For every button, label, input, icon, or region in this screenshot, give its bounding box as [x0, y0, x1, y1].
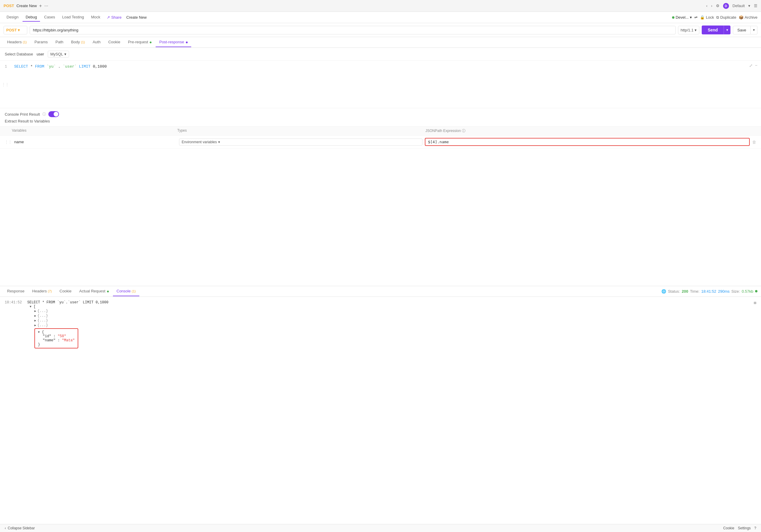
request-bar: POST ▾ http/1.1 ▾ Send ▾ Save ▾ [0, 23, 761, 37]
time-label: Time: [690, 289, 699, 294]
database-type-label: MySQL [50, 52, 63, 56]
save-button[interactable]: Save [733, 26, 751, 34]
res-tab-headers[interactable]: Headers (7) [29, 286, 55, 296]
console-print-row: Console Print Result ⓘ [5, 111, 756, 117]
title-method: POST [4, 4, 14, 8]
bottom-panel: Response Headers (7) Cookie Actual Reque… [0, 286, 761, 524]
name-value: "Mata" [62, 338, 75, 342]
profile-avatar[interactable]: D [723, 3, 729, 9]
line-number: 1 [5, 64, 7, 69]
title-name: Create New [16, 4, 37, 8]
duplicate-button[interactable]: ⧉ Duplicate [716, 15, 736, 20]
expand-item-4[interactable]: ▶ [34, 324, 36, 327]
lock-icon: 🔒 [700, 15, 705, 20]
tab-auth[interactable]: Auth [89, 37, 104, 47]
collapse-all-icon[interactable]: ▼ [29, 305, 31, 308]
nav-tab-mock[interactable]: Mock [88, 13, 103, 22]
archive-button[interactable]: 📦 Archive [739, 15, 757, 20]
editor-drag-handle: ⋮⋮ [2, 82, 9, 87]
res-tab-console[interactable]: Console (1) [113, 286, 139, 296]
database-label: Select Database [5, 52, 33, 56]
tab-pre-request[interactable]: Pre-request [125, 37, 155, 47]
save-dropdown-button[interactable]: ▾ [751, 26, 757, 34]
environment-selector[interactable]: Devel... ▾ [672, 15, 692, 20]
cookie-button[interactable]: Cookie [723, 526, 734, 530]
http-version-selector[interactable]: http/1.1 ▾ [678, 26, 699, 34]
extract-label: Extract Result to Variables [5, 119, 50, 123]
archive-icon: 📦 [739, 15, 743, 20]
method-selector[interactable]: POST ▾ [4, 26, 27, 34]
share-icon: ↗ [107, 15, 110, 20]
res-tab-response[interactable]: Response [4, 286, 28, 296]
jsonpath-col-header: JSONPath Expression ⓘ [426, 128, 756, 134]
bottom-status-bar: ‹ Collapse Sidebar Cookie Settings ? [0, 524, 761, 532]
id-value: "58" [58, 334, 66, 338]
extract-row: Extract Result to Variables [5, 119, 756, 123]
sql-editor[interactable]: ⋮⋮ 1 SELECT * FROM `yu` . `user` LIMIT 0… [0, 61, 761, 108]
profile-chevron[interactable]: ▾ [748, 4, 750, 8]
expand-editor-icon[interactable]: ⤢ [749, 63, 753, 68]
collapse-highlighted-icon[interactable]: ▼ [38, 331, 40, 334]
send-dropdown-button[interactable]: ▾ [724, 26, 731, 34]
expand-item-1[interactable]: ▶ [34, 309, 36, 313]
variable-type-cell: Environment variables ▾ [179, 139, 423, 146]
table-view-button[interactable]: ⊞ [754, 300, 756, 348]
ms-value: 290ms [718, 289, 730, 294]
share-button[interactable]: ↗ Share [104, 14, 124, 21]
expand-item-2[interactable]: ▶ [34, 314, 36, 318]
tab-body[interactable]: Body (1) [68, 37, 88, 47]
jsonpath-info-icon: ⓘ [462, 129, 465, 133]
types-col-header: Types [177, 128, 426, 134]
tab-path[interactable]: Path [52, 37, 67, 47]
res-tab-actual-request[interactable]: Actual Request [76, 286, 112, 296]
settings-button[interactable]: Settings [738, 526, 751, 530]
hamburger-icon[interactable]: ☰ [754, 4, 757, 8]
console-entry: 18:41:52 SELECT * FROM `yu`.`user` LIMIT… [5, 300, 756, 348]
console-sql: SELECT * FROM `yu`.`user` LIMIT 0,1000 [27, 300, 108, 305]
settings-icon[interactable]: ⚙ [716, 4, 720, 8]
time-value: 18:41:52 [701, 289, 716, 294]
variables-col-header: Variables [12, 128, 177, 134]
variable-expression-cell [425, 138, 750, 146]
nav-tab-load-testing[interactable]: Load Testing [59, 13, 87, 22]
variable-expression-input[interactable] [425, 138, 750, 146]
toggle-thumb [54, 112, 58, 117]
minimize-editor-icon[interactable]: − [755, 63, 757, 68]
tab-post-response[interactable]: Post-response [156, 37, 191, 47]
response-status-bar: 🌐 Status: 200 Time: 18:41:52 290ms Size:… [661, 289, 757, 294]
share-label: Share [111, 15, 122, 20]
new-tab-button[interactable]: + [39, 3, 42, 9]
nav-tab-cases[interactable]: Cases [41, 13, 58, 22]
send-button[interactable]: Send [702, 26, 724, 34]
nav-back-icon[interactable]: ‹ [706, 4, 707, 8]
tab-headers[interactable]: Headers (1) [4, 37, 30, 47]
adjust-icon[interactable]: ⇌ [694, 15, 698, 20]
default-label: Default [732, 4, 745, 8]
help-button[interactable]: ? [754, 526, 756, 530]
more-tabs-button[interactable]: ··· [44, 3, 48, 9]
size-dot [755, 290, 757, 292]
variable-row: ⋮⋮ name Environment variables ▾ 🗑 [0, 136, 761, 148]
tab-cookie[interactable]: Cookie [105, 37, 124, 47]
database-type-selector[interactable]: MySQL ▾ [48, 51, 69, 58]
nav-tab-design[interactable]: Design [4, 13, 21, 22]
console-print-toggle[interactable] [48, 111, 59, 117]
console-print-label: Console Print Result [5, 112, 40, 117]
variable-delete-button[interactable]: 🗑 [752, 140, 756, 145]
globe-icon: 🌐 [661, 289, 666, 294]
variables-table-header: Variables Types JSONPath Expression ⓘ [0, 127, 761, 136]
console-timestamp: 18:41:52 [5, 300, 23, 348]
variable-type-selector[interactable]: Environment variables ▾ [179, 139, 423, 146]
expand-item-3[interactable]: ▶ [34, 319, 36, 322]
post-response-panel: Select Database user MySQL ▾ ⋮⋮ 1 SELECT… [0, 48, 761, 286]
res-tab-cookie[interactable]: Cookie [56, 286, 75, 296]
url-input[interactable] [29, 26, 675, 34]
collapse-sidebar-button[interactable]: ‹ Collapse Sidebar [5, 526, 35, 530]
nav-forward-icon[interactable]: › [711, 4, 712, 8]
lock-button[interactable]: 🔒 Lock [700, 15, 714, 20]
tab-params[interactable]: Params [31, 37, 51, 47]
request-tab-bar: Headers (1) Params Path Body (1) Auth Co… [0, 37, 761, 48]
database-section: Select Database user MySQL ▾ [0, 48, 761, 61]
nav-tab-debug[interactable]: Debug [23, 13, 40, 22]
editor-controls: ⤢ − [749, 63, 757, 68]
